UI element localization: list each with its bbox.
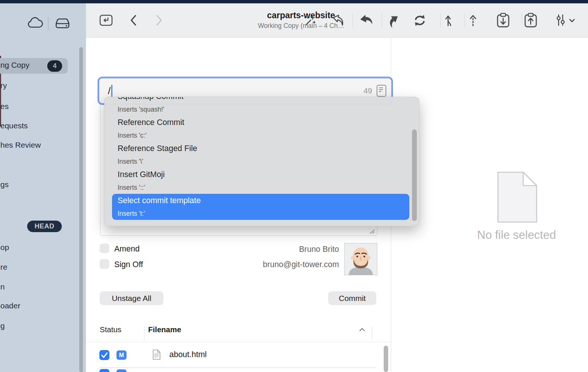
amend-label: Amend xyxy=(114,244,140,254)
column-divider[interactable] xyxy=(144,327,144,340)
top-window-strip xyxy=(0,0,588,3)
table-row[interactable]: M about.html xyxy=(86,342,384,368)
autocomplete-item-title: Select commit template xyxy=(118,194,409,208)
toolbar-divider xyxy=(522,13,522,28)
subject-input-value: / xyxy=(108,85,111,97)
author-name: Bruno Brito xyxy=(223,244,339,254)
sidebar-item-branches-review[interactable]: hes Review xyxy=(0,140,77,150)
app-window: ng Copy 4 ry es equests hes Review gs HE… xyxy=(0,0,588,372)
column-header-status[interactable]: Status xyxy=(100,325,121,334)
toolbar: carparts-website Working Copy (main – 4 … xyxy=(86,3,588,38)
merge-arrow-icon[interactable] xyxy=(386,13,402,28)
file-list-scrollbar[interactable] xyxy=(384,346,388,372)
amend-checkbox[interactable] xyxy=(100,244,109,253)
sidebar-item-tags[interactable]: gs xyxy=(0,179,77,190)
autocomplete-item-title: Squashup Commit xyxy=(118,97,419,103)
workspace-icon[interactable] xyxy=(99,13,113,27)
autocomplete-item-title: Reference Staged File xyxy=(118,142,419,155)
cloud-icon[interactable] xyxy=(27,16,43,31)
commit-autocomplete-popover: Squashup Commit Inserts 'squash!' Refere… xyxy=(104,97,419,226)
sign-off-label: Sign Off xyxy=(114,260,143,269)
pull-icon[interactable] xyxy=(444,13,453,28)
chevron-down-icon[interactable] xyxy=(569,18,575,23)
forward-icon[interactable] xyxy=(154,14,163,26)
character-counter: 49 xyxy=(364,86,372,95)
sync-icon[interactable] xyxy=(411,13,428,28)
file-detail-panel: No file selected xyxy=(391,38,588,372)
autocomplete-item-subtitle: Inserts 't:' xyxy=(118,208,409,219)
unstage-all-button[interactable]: Unstage All xyxy=(100,291,163,305)
empty-state-text: No file selected xyxy=(442,228,588,242)
autocomplete-item-subtitle: Inserts '::' xyxy=(118,182,419,193)
sidebar-branch-item[interactable]: g xyxy=(0,321,77,331)
status-badge-modified: M xyxy=(116,350,127,360)
row-divider xyxy=(100,368,376,368)
autocomplete-item-subtitle: Inserts '\' xyxy=(118,155,419,167)
sidebar-item-working-copy[interactable]: ng Copy 4 xyxy=(0,58,68,74)
wand-icon[interactable] xyxy=(303,14,317,27)
autocomplete-item-select-commit-template[interactable]: Select commit template Inserts 't:' xyxy=(112,194,409,220)
sidebar-item-label: ng Copy xyxy=(0,61,29,70)
author-email: bruno@git-tower.com xyxy=(223,260,339,269)
sidebar-item-history[interactable]: ry xyxy=(0,80,77,91)
sidebar-branch-item[interactable]: n xyxy=(0,282,77,292)
redo-arrow-icon[interactable] xyxy=(330,13,346,28)
sidebar-branch-item[interactable]: re xyxy=(0,262,77,272)
empty-file-icon xyxy=(496,171,538,224)
sidebar-item-branches[interactable]: es xyxy=(0,101,77,112)
hard-drive-icon[interactable] xyxy=(54,16,71,31)
popover-scrollbar[interactable] xyxy=(412,129,417,221)
stash-apply-icon[interactable] xyxy=(524,13,538,28)
sort-ascending-icon[interactable] xyxy=(359,327,365,332)
autocomplete-item-title: Insert GitMoji xyxy=(118,168,419,182)
back-icon[interactable] xyxy=(129,14,138,26)
view-options-icon[interactable] xyxy=(554,13,567,27)
autocomplete-item-reference-staged-file[interactable]: Reference Staged File Inserts '\' xyxy=(105,142,419,168)
sidebar-branch-item[interactable]: oader xyxy=(0,301,77,311)
commit-button[interactable]: Commit xyxy=(328,291,376,305)
changes-count-badge: 4 xyxy=(47,60,62,72)
filename-label: about.html xyxy=(169,350,207,359)
toolbar-divider xyxy=(382,13,382,28)
column-divider[interactable] xyxy=(372,327,372,340)
stash-save-icon[interactable] xyxy=(496,13,510,28)
sidebar: ng Copy 4 ry es equests hes Review gs HE… xyxy=(0,3,86,372)
avatar xyxy=(344,243,377,275)
autocomplete-item-insert-gitmoji[interactable]: Insert GitMoji Inserts '::' xyxy=(105,168,419,194)
push-icon[interactable] xyxy=(469,13,477,28)
undo-arrow-icon[interactable] xyxy=(358,13,374,28)
sidebar-branch-item[interactable]: op xyxy=(0,242,77,253)
stage-checkbox-checked[interactable] xyxy=(99,350,109,360)
text-caret xyxy=(111,85,112,97)
autocomplete-item-subtitle: Inserts 'squash!' xyxy=(118,103,419,115)
autocomplete-item-squash-commit[interactable]: Squashup Commit Inserts 'squash!' xyxy=(105,97,419,116)
toolbar-divider xyxy=(440,13,441,28)
toolbar-divider xyxy=(464,13,465,28)
sign-off-checkbox[interactable] xyxy=(100,259,109,269)
resize-grip-icon[interactable] xyxy=(369,229,375,234)
column-header-filename[interactable]: Filename xyxy=(148,325,181,334)
sidebar-scrollbar[interactable] xyxy=(79,47,83,372)
sidebar-header-divider xyxy=(48,17,48,31)
commit-template-icon[interactable] xyxy=(377,85,386,97)
file-icon xyxy=(152,349,161,360)
autocomplete-item-subtitle: Inserts 'c:' xyxy=(118,129,419,141)
toolbar-divider xyxy=(352,13,353,28)
autocomplete-item-title: Reference Commit xyxy=(118,116,419,129)
sidebar-item-pull-requests[interactable]: equests xyxy=(0,121,77,131)
autocomplete-item-reference-commit[interactable]: Reference Commit Inserts 'c:' xyxy=(105,116,419,142)
stage-checkbox-partial[interactable] xyxy=(99,369,109,372)
head-badge: HEAD xyxy=(27,221,62,232)
status-badge-partial xyxy=(116,369,127,372)
